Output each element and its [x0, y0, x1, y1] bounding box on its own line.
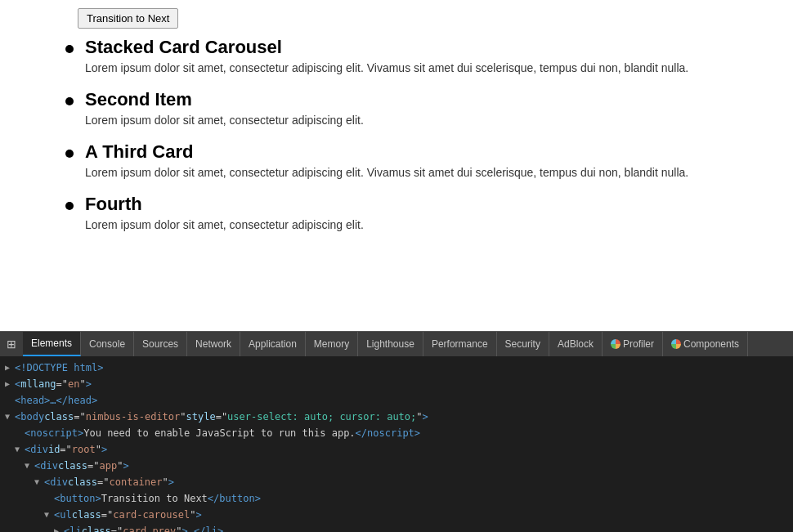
- card-body-3: Lorem ipsum dolor sit amet, consectetur …: [85, 166, 688, 179]
- card-item-4: Fourth Lorem ipsum dolor sit amet, conse…: [65, 194, 793, 236]
- devtools-tabs: ⊞ Elements Console Sources Network Appli…: [0, 332, 793, 356]
- tab-application[interactable]: Application: [240, 332, 306, 356]
- tab-network[interactable]: Network: [187, 332, 240, 356]
- card-content-1: Stacked Card Carousel Lorem ipsum dolor …: [85, 37, 688, 79]
- expand-root[interactable]: ▼: [15, 442, 25, 457]
- card-title-2: Second Item: [85, 89, 364, 110]
- tab-components[interactable]: Components: [663, 332, 748, 356]
- card-content-3: A Third Card Lorem ipsum dolor sit amet,…: [85, 141, 688, 184]
- code-line-head: <head>…</head>: [0, 392, 793, 409]
- card-title-1: Stacked Card Carousel: [85, 37, 688, 58]
- code-line-container: ▼ <div class="container">: [0, 474, 793, 490]
- card-item-2: Second Item Lorem ipsum dolor sit amet, …: [65, 89, 793, 132]
- card-item-1: Stacked Card Carousel Lorem ipsum dolor …: [65, 37, 793, 79]
- expand-doctype[interactable]: ▶: [5, 360, 15, 375]
- card-body-2: Lorem ipsum dolor sit amet, consectetur …: [85, 114, 364, 127]
- code-line-doctype: ▶ <!DOCTYPE html>: [0, 360, 793, 376]
- card-content-4: Fourth Lorem ipsum dolor sit amet, conse…: [85, 194, 364, 236]
- card-body-4: Lorem ipsum dolor sit amet, consectetur …: [85, 218, 364, 231]
- tab-profiler[interactable]: Profiler: [603, 332, 663, 356]
- expand-container[interactable]: ▼: [34, 475, 44, 490]
- transition-button[interactable]: Transition to Next: [78, 8, 178, 29]
- card-body-1: Lorem ipsum dolor sit amet, consectetur …: [85, 61, 688, 74]
- code-line-root: ▼ <div id="root">: [0, 441, 793, 458]
- devtools-panel: ⊞ Elements Console Sources Network Appli…: [0, 331, 793, 532]
- tab-performance[interactable]: Performance: [423, 332, 497, 356]
- code-line-ul: ▼ <ul class="card-carousel">: [0, 507, 793, 523]
- devtools-code-panel[interactable]: ▶ <!DOCTYPE html> ▶ <ml lang="en"> <head…: [0, 356, 793, 532]
- card-item-3: A Third Card Lorem ipsum dolor sit amet,…: [65, 141, 793, 184]
- expand-html[interactable]: ▶: [5, 377, 15, 391]
- card-bullet-2: [65, 97, 74, 105]
- profiler-pie-icon: [611, 339, 621, 349]
- code-line-button: <button>Transition to Next</button>: [0, 490, 793, 507]
- expand-body[interactable]: ▼: [5, 409, 15, 424]
- components-pie-icon: [671, 339, 681, 349]
- code-line-noscript: <noscript>You need to enable JavaScript …: [0, 425, 793, 441]
- expand-app[interactable]: ▼: [25, 458, 34, 473]
- code-line-html: ▶ <ml lang="en">: [0, 376, 793, 392]
- main-content: Transition to Next Stacked Card Carousel…: [0, 0, 793, 331]
- card-content-2: Second Item Lorem ipsum dolor sit amet, …: [85, 89, 364, 132]
- code-line-app: ▼ <div class="app">: [0, 458, 793, 474]
- card-title-4: Fourth: [85, 194, 364, 215]
- tab-sources[interactable]: Sources: [134, 332, 187, 356]
- card-bullet-4: [65, 202, 74, 210]
- card-bullet-1: [65, 45, 74, 53]
- tab-lighthouse[interactable]: Lighthouse: [358, 332, 423, 356]
- dock-icon[interactable]: ⊞: [0, 332, 23, 356]
- expand-li-prev[interactable]: ▶: [54, 524, 64, 532]
- tab-elements[interactable]: Elements: [23, 332, 81, 356]
- expand-ul[interactable]: ▼: [44, 507, 54, 522]
- tab-console[interactable]: Console: [81, 332, 134, 356]
- card-list: Stacked Card Carousel Lorem ipsum dolor …: [0, 37, 793, 236]
- code-line-li-prev: ▶ <li class="card prev">…</li>: [0, 523, 793, 532]
- tab-security[interactable]: Security: [497, 332, 549, 356]
- tab-adblock[interactable]: AdBlock: [549, 332, 603, 356]
- card-title-3: A Third Card: [85, 141, 688, 163]
- tab-memory[interactable]: Memory: [306, 332, 358, 356]
- code-line-body: ▼ <body class="nimbus-is-editor" style="…: [0, 409, 793, 425]
- card-bullet-3: [65, 150, 74, 158]
